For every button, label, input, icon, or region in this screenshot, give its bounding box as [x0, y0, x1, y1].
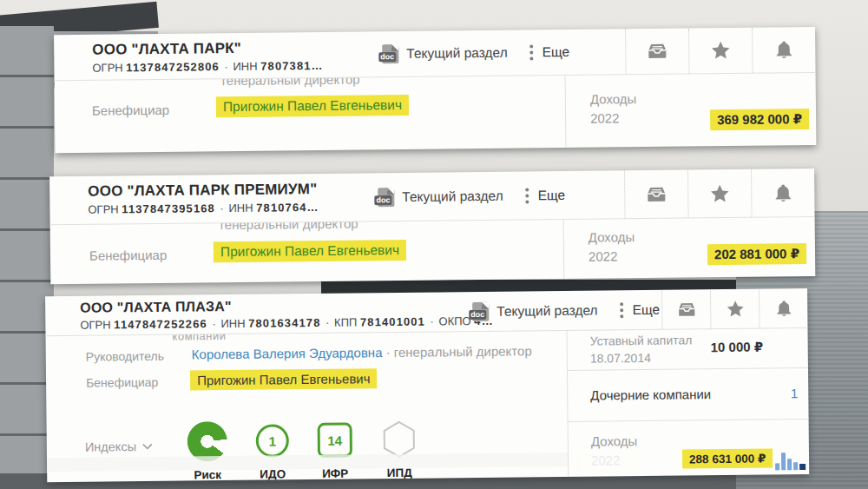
index-risk[interactable]: Риск: [181, 421, 234, 482]
subsidiaries-section: Дочерние компании 1: [568, 368, 809, 422]
doc-icon: doc: [472, 301, 489, 320]
company-title: ООО "ЛАХТА ПАРК": [92, 38, 382, 58]
company-card-lahta-park: ООО "ЛАХТА ПАРК" ОГРН 1137847252806 · ИН…: [54, 27, 816, 153]
index-ido[interactable]: 1 ИДО: [247, 420, 299, 481]
capital-value: 10 000 ₽: [711, 340, 764, 356]
more-menu-button[interactable]: Еще: [530, 44, 570, 60]
star-icon: [709, 40, 732, 61]
indices-toggle[interactable]: Индексы: [85, 439, 153, 454]
beneficiary-name-highlight[interactable]: Пригожин Павел Евгеньевич: [216, 95, 409, 117]
bell-icon: [774, 39, 793, 60]
chevron-down-icon: [142, 443, 153, 450]
income-value-highlight: 288 631 000 ₽: [682, 448, 773, 468]
bell-icon: [773, 182, 792, 203]
card-header: ООО "ЛАХТА ПАРК ПРЕМИУМ" ОГРН 1137847395…: [49, 169, 815, 225]
archive-tray-button[interactable]: [661, 289, 710, 329]
index-ipd[interactable]: ИПД: [373, 420, 426, 480]
blur-smear: [575, 453, 643, 474]
beneficiary-name-highlight[interactable]: Пригожин Павел Евгеньевич: [190, 368, 378, 390]
company-card-lahta-park-premium: ООО "ЛАХТА ПАРК ПРЕМИУМ" ОГРН 1137847395…: [49, 169, 815, 284]
manager-role: · генеральный директор: [386, 343, 532, 360]
income-year: 2022: [589, 247, 618, 266]
archive-tray-button[interactable]: [624, 170, 688, 219]
index-ifr[interactable]: 14 ИФР: [309, 420, 362, 480]
current-section-button[interactable]: doc Текущий раздел: [378, 186, 503, 207]
company-registration: ОГРН 1147847252266 · ИНН 7801634178 · КП…: [80, 314, 472, 332]
kebab-menu-icon: [530, 44, 534, 60]
current-section-button[interactable]: doc Текущий раздел: [472, 301, 598, 321]
star-icon: [725, 299, 746, 318]
subsidiaries-label: Дочерние компании: [590, 387, 711, 402]
income-section: Доходы 2022 288 631 000 ₽: [569, 420, 810, 477]
notifications-bell-button[interactable]: [752, 27, 816, 73]
archive-tray-button[interactable]: [625, 29, 689, 75]
company-registration: ОГРН 1137847252806 · ИНН 7807381…: [92, 58, 382, 74]
manager-name-link[interactable]: Королева Валерия Эдуардовна: [192, 345, 383, 361]
subsidiaries-count-link[interactable]: 1: [791, 386, 799, 400]
ifr-square-icon: 14: [318, 423, 352, 458]
favorite-star-button[interactable]: [688, 28, 753, 74]
kebab-menu-icon: [620, 302, 623, 318]
more-menu-button[interactable]: Еще: [526, 188, 566, 203]
income-year: 2022: [590, 109, 620, 128]
doc-icon: doc: [378, 188, 394, 207]
tray-icon: [645, 184, 667, 203]
beneficiary-label: Бенефициар: [92, 102, 169, 118]
ido-ring-icon: 1: [256, 424, 289, 457]
favorite-star-button[interactable]: [710, 289, 759, 329]
company-title: ООО "ЛАХТА ПАРК ПРЕМИУМ": [88, 180, 378, 200]
company-card-lahta-plaza: ООО "ЛАХТА ПЛАЗА" ОГРН 1147847252266 · И…: [45, 288, 809, 482]
manager-label: Руководитель: [86, 349, 164, 364]
current-section-button[interactable]: doc Текущий раздел: [382, 43, 508, 64]
beneficiary-name-highlight[interactable]: Пригожин Павел Евгеньевич: [214, 240, 406, 262]
revenue-trend-bars-icon[interactable]: [775, 451, 810, 470]
company-title: ООО "ЛАХТА ПЛАЗА": [80, 296, 472, 316]
beneficiary-label: Бенефициар: [89, 248, 167, 263]
income-label: Доходы: [589, 228, 635, 248]
capital-label: Уставный капитал 18.07.2014: [590, 331, 693, 367]
income-value-highlight: 369 982 000 ₽: [710, 109, 809, 130]
kebab-menu-icon: [526, 188, 529, 203]
capital-section: Уставный капитал 18.07.2014 10 000 ₽: [567, 328, 807, 371]
tray-icon: [646, 42, 668, 61]
doc-icon: doc: [382, 44, 398, 63]
more-menu-button[interactable]: Еще: [620, 301, 660, 317]
company-registration: ОГРН 1137847395168 · ИНН 7810764…: [88, 200, 378, 215]
favorite-star-button[interactable]: [687, 169, 752, 218]
beneficiary-label: Бенефициар: [86, 375, 158, 390]
notifications-bell-button[interactable]: [751, 169, 815, 217]
star-icon: [708, 183, 731, 204]
card-header: ООО "ЛАХТА ПАРК" ОГРН 1137847252806 · ИН…: [54, 27, 816, 81]
tray-icon: [676, 301, 697, 318]
bell-icon: [775, 299, 792, 318]
income-label: Доходы: [590, 89, 637, 109]
notifications-bell-button[interactable]: [759, 288, 807, 328]
income-value-highlight: 202 881 000 ₽: [707, 243, 806, 265]
income-label: Доходы: [591, 432, 638, 452]
manager-row: Королева Валерия Эдуардовна · генеральны…: [192, 343, 532, 361]
